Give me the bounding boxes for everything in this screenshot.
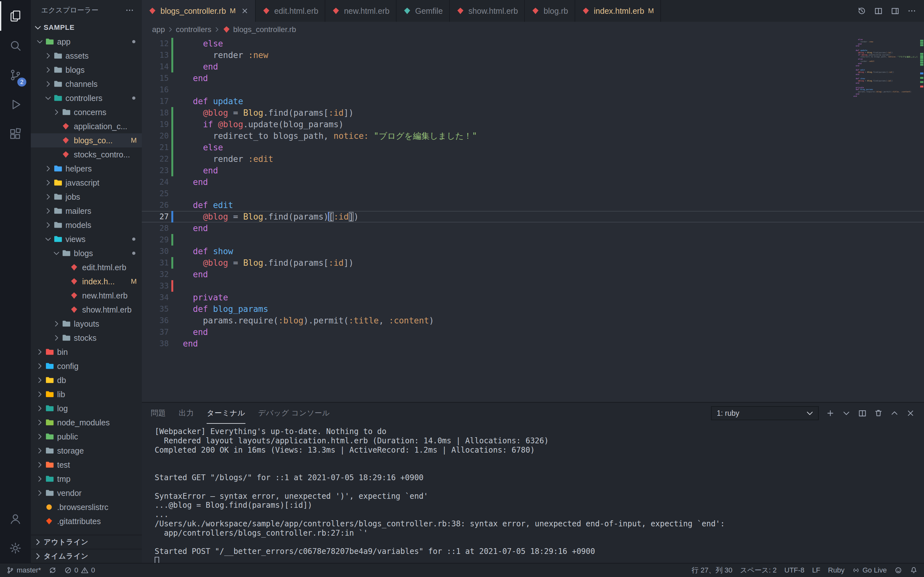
tree-folder-assets[interactable]: assets: [31, 49, 142, 63]
code-line[interactable]: 31 @blog = Blog.find(params[:id]): [142, 257, 924, 269]
code-line[interactable]: 16: [142, 84, 924, 95]
tree-folder-lib[interactable]: lib: [31, 387, 142, 401]
tree-folder-storage[interactable]: storage: [31, 444, 142, 458]
tree-folder-models[interactable]: models: [31, 218, 142, 232]
cursor-position[interactable]: 行 27、列 30: [692, 566, 732, 575]
tree-folder-test[interactable]: test: [31, 458, 142, 472]
terminal-picker[interactable]: 1: ruby: [711, 406, 819, 420]
new-terminal-icon[interactable]: [826, 409, 835, 418]
code-line[interactable]: 33: [142, 280, 924, 292]
source-control-icon[interactable]: 2: [0, 60, 31, 90]
code-line[interactable]: 26 def edit: [142, 199, 924, 211]
more-actions-icon[interactable]: [125, 6, 134, 15]
tree-folder-concerns[interactable]: concerns: [31, 105, 142, 119]
tree-folder-public[interactable]: public: [31, 430, 142, 444]
tree-folder-app[interactable]: app: [31, 35, 142, 49]
extensions-icon[interactable]: [0, 119, 31, 149]
tree-folder-mailers[interactable]: mailers: [31, 204, 142, 218]
code-line[interactable]: 19 if @blog.update(blog_params): [142, 119, 924, 130]
code-line[interactable]: 12 else: [142, 38, 924, 49]
code-line[interactable]: 22 render :edit: [142, 153, 924, 165]
tree-file-new-html-erb[interactable]: new.html.erb: [31, 288, 142, 303]
run-debug-icon[interactable]: [0, 90, 31, 119]
overview-ruler[interactable]: [919, 37, 924, 402]
minimap[interactable]: else render :new end end def update @blo…: [853, 39, 918, 97]
tree-folder-db[interactable]: db: [31, 373, 142, 387]
code-line[interactable]: 32 end: [142, 269, 924, 280]
panel-tab-item[interactable]: 出力: [179, 403, 194, 424]
code-line[interactable]: 25: [142, 188, 924, 199]
panel-tab-item[interactable]: 問題: [151, 403, 166, 424]
panel-tab-item[interactable]: ターミナル: [207, 403, 245, 424]
project-root-header[interactable]: SAMPLE: [31, 21, 142, 35]
go-live-button[interactable]: Go Live: [852, 566, 887, 574]
split-editor-icon[interactable]: [874, 6, 883, 15]
code-line[interactable]: 28 end: [142, 222, 924, 234]
tree-folder-blogs[interactable]: blogs: [31, 246, 142, 260]
search-icon[interactable]: [0, 31, 31, 60]
breadcrumb-item-controllers[interactable]: controllers: [176, 25, 212, 34]
tree-folder-config[interactable]: config: [31, 359, 142, 373]
feedback-icon[interactable]: [895, 566, 902, 574]
close-panel-icon[interactable]: [906, 409, 915, 418]
kill-terminal-trash-icon[interactable]: [874, 409, 883, 418]
tab-show-html-erb[interactable]: show.html.erb: [450, 0, 525, 22]
tree-file-show-html-erb[interactable]: show.html.erb: [31, 303, 142, 317]
code-line[interactable]: 18 @blog = Blog.find(params[:id]): [142, 107, 924, 119]
code-editor[interactable]: 12 else13 render :new14 end15 end1617 de…: [142, 37, 924, 402]
indentation[interactable]: スペース: 2: [740, 566, 777, 575]
breadcrumb-item-blogs-controller-rb[interactable]: blogs_controller.rb: [222, 25, 296, 34]
code-line[interactable]: 14 end: [142, 61, 924, 73]
editor-layout-icon[interactable]: [891, 6, 900, 15]
code-line[interactable]: 34 private: [142, 292, 924, 303]
tab-new-html-erb[interactable]: new.html.erb: [325, 0, 397, 22]
code-line[interactable]: 24 end: [142, 176, 924, 188]
language-mode[interactable]: Ruby: [828, 566, 845, 574]
tree-folder-vendor[interactable]: vendor: [31, 486, 142, 500]
code-line[interactable]: 36 params.require(:blog).permit(:title, …: [142, 315, 924, 326]
tab-blog-rb[interactable]: blog.rb: [525, 0, 575, 22]
tab-gemfile[interactable]: Gemfile: [397, 0, 450, 22]
tab-index-html-erb[interactable]: index.html.erbM: [575, 0, 661, 22]
code-line[interactable]: 15 end: [142, 73, 924, 84]
tree-folder-log[interactable]: log: [31, 401, 142, 416]
tree-folder-helpers[interactable]: helpers: [31, 161, 142, 176]
history-icon[interactable]: [857, 6, 866, 15]
tree-folder-channels[interactable]: channels: [31, 77, 142, 91]
tree-folder-javascript[interactable]: javascript: [31, 176, 142, 190]
tree-folder-tmp[interactable]: tmp: [31, 472, 142, 486]
code-line[interactable]: 37 end: [142, 326, 924, 338]
code-line[interactable]: 21 else: [142, 142, 924, 153]
tree-folder-controllers[interactable]: controllers: [31, 91, 142, 105]
code-line[interactable]: 30 def show: [142, 245, 924, 257]
tree-file-browserslistrc[interactable]: .browserslistrc: [31, 500, 142, 514]
explorer-files-icon[interactable]: [0, 1, 31, 31]
code-line[interactable]: 20 redirect_to blogs_path, notice: "ブログを…: [142, 130, 924, 142]
code-line[interactable]: 17 def update: [142, 95, 924, 107]
tree-folder-jobs[interactable]: jobs: [31, 190, 142, 204]
code-line[interactable]: 23 end: [142, 165, 924, 176]
account-icon[interactable]: [0, 504, 31, 533]
tab-blogs-controller-rb[interactable]: blogs_controller.rbM: [142, 0, 256, 22]
code-line[interactable]: 29: [142, 234, 924, 245]
code-line[interactable]: 13 render :new: [142, 49, 924, 61]
tree-file-index-h[interactable]: index.h...M: [31, 274, 142, 288]
maximize-panel-icon[interactable]: [890, 409, 899, 418]
settings-gear-icon[interactable]: [0, 533, 31, 563]
timeline-section[interactable]: タイムライン: [31, 549, 142, 563]
tree-folder-bin[interactable]: bin: [31, 345, 142, 359]
tree-file-stocks-contro[interactable]: stocks_contro...: [31, 147, 142, 161]
split-terminal-icon[interactable]: [858, 409, 867, 418]
sync-changes-button[interactable]: [49, 566, 57, 574]
breadcrumb-item-app[interactable]: app: [152, 25, 165, 34]
outline-section[interactable]: アウトライン: [31, 535, 142, 549]
tree-folder-stocks[interactable]: stocks: [31, 331, 142, 345]
panel-tab-item[interactable]: デバッグ コンソール: [258, 403, 330, 424]
tree-file-blogs-co[interactable]: blogs_co...M: [31, 133, 142, 147]
git-branch-indicator[interactable]: master*: [6, 566, 41, 574]
more-actions-icon[interactable]: [907, 6, 916, 15]
eol-selector[interactable]: LF: [812, 566, 821, 574]
chevron-down-icon[interactable]: [842, 409, 851, 418]
code-line[interactable]: 35 def blog_params: [142, 303, 924, 315]
tree-folder-node-modules[interactable]: node_modules: [31, 416, 142, 430]
